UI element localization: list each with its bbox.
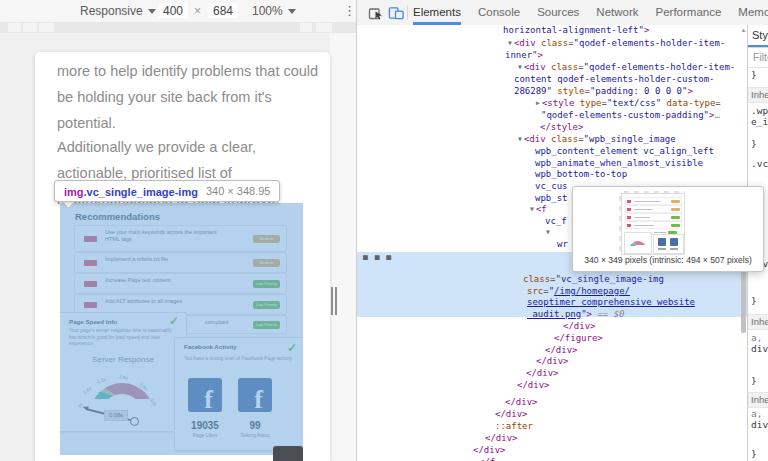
devtools-tab-bar: ElementsConsoleSourcesNetworkPerformance… (357, 0, 768, 26)
code-line[interactable]: wr (557, 239, 568, 250)
inherited-from-bar: Inherited from (748, 314, 768, 330)
device-toolbar-menu-button[interactable]: ⋮ (343, 3, 356, 18)
code-line[interactable]: </div> (517, 380, 550, 391)
style-rule-fragment[interactable]: } (751, 295, 757, 306)
tab-memory[interactable]: Memory (738, 0, 768, 25)
tooltip-tag-name: img (64, 186, 84, 198)
code-line[interactable]: vc_cus (535, 181, 568, 192)
styles-filter-input[interactable]: Filter (748, 47, 768, 68)
style-rule-fragment[interactable]: .vc (751, 158, 768, 169)
code-line[interactable]: </style> (540, 122, 583, 133)
code-line[interactable]: ▼<div class="qodef-elements-holder-item- (508, 38, 725, 50)
code-line[interactable]: _audit.png"> == $0 (527, 309, 625, 320)
code-line[interactable]: seoptimer_comprehensive_website (527, 297, 695, 308)
tab-strip: ElementsConsoleSourcesNetworkPerformance… (413, 0, 768, 25)
inspect-highlight-overlay (60, 203, 303, 455)
code-line[interactable]: "qodef-elements-custom-padding">… (541, 110, 720, 121)
viewport-width-input[interactable] (158, 3, 188, 18)
viewport-resize-handle[interactable] (330, 287, 338, 315)
tab-elements[interactable]: Elements (413, 0, 461, 25)
code-line[interactable]: 286289" style="padding: 0 0 0 0"> (514, 86, 693, 97)
code-line[interactable]: class="vc_single_image-img (523, 274, 664, 285)
code-line[interactable]: ▼<div class="qodef-elements-holder-item- (518, 62, 735, 74)
code-line[interactable]: wpb_bottom-to-top (535, 169, 627, 180)
style-rule-fragment[interactable]: a, (751, 332, 762, 343)
style-rule-fragment[interactable]: .wp (751, 105, 768, 116)
inspect-tooltip: img.vc_single_image-img 340 × 348.95 (54, 180, 280, 202)
code-line[interactable]: </div> (563, 321, 596, 332)
style-rule-fragment[interactable]: } (751, 448, 757, 459)
scroll-top-button[interactable] (273, 446, 303, 461)
tooltip-dimensions: 340 × 348.95 (206, 185, 271, 197)
scrollbar-up-arrow[interactable]: ▲ (740, 27, 747, 33)
device-toolbar: Responsive × 100% ⋮ (0, 0, 356, 23)
tab-styles[interactable]: Styles (752, 29, 768, 41)
dimension-separator: × (194, 4, 201, 18)
code-line[interactable]: ▼<f (530, 204, 547, 216)
code-line[interactable]: </div> (473, 445, 506, 456)
inspect-element-icon[interactable] (368, 5, 384, 21)
code-line[interactable]: </div> (526, 368, 559, 379)
tab-performance[interactable]: Performance (656, 0, 722, 25)
code-line[interactable]: </div> (536, 356, 569, 367)
zoom-dropdown[interactable]: 100% (252, 4, 296, 18)
code-line[interactable]: ▼ (546, 227, 552, 239)
code-line[interactable]: src="/img/homepage/ (527, 286, 630, 297)
inherited-from-bar: Inherited from (748, 392, 768, 408)
device-mode-margin (330, 33, 356, 461)
style-rule-fragment[interactable]: a, (751, 408, 762, 419)
image-preview-tooltip: 340 × 349 pixels (intrinsic: 494 × 507 p… (572, 186, 764, 272)
style-rule-fragment[interactable]: div (751, 343, 768, 354)
style-rule-fragment[interactable]: } (751, 375, 757, 386)
tab-console[interactable]: Console (478, 0, 520, 25)
tab-network[interactable]: Network (596, 0, 638, 25)
transparency-checkerboard (619, 191, 685, 255)
chevron-down-icon (288, 9, 296, 14)
style-rule-fragment[interactable]: e_i (751, 116, 768, 127)
code-line[interactable]: </figure> (554, 333, 603, 344)
image-thumbnail (621, 193, 685, 255)
code-line[interactable]: </div> (485, 433, 518, 444)
toggle-device-toolbar-icon[interactable] (388, 5, 404, 21)
code-line[interactable]: vc_f (545, 216, 567, 227)
code-line[interactable]: wpb_content_element vc_align_left (535, 146, 714, 157)
code-line[interactable]: ▶<style type="text/css" data-type= (536, 98, 721, 110)
toolbar-separator (407, 5, 408, 20)
style-rule-fragment[interactable]: div (751, 419, 768, 430)
code-line[interactable]: wpb_animate_when_almost_visible (535, 158, 703, 169)
styles-tab-row: Styles (748, 25, 768, 48)
code-line[interactable]: horizontal-alignment-left"> (503, 25, 649, 36)
viewport-height-input[interactable] (208, 3, 238, 18)
image-dimensions-caption: 340 × 349 pixels (intrinsic: 494 × 507 p… (573, 255, 763, 265)
style-rule-fragment[interactable]: } (751, 69, 757, 80)
code-line[interactable]: </div> (495, 409, 528, 420)
code-line[interactable]: </div> (505, 397, 538, 408)
devtools-window: Responsive × 100% ⋮ more to help identif… (0, 0, 768, 461)
device-type-dropdown[interactable]: Responsive (80, 4, 156, 18)
code-line[interactable]: content qodef-elements-holder-custom- (514, 74, 714, 85)
tab-sources[interactable]: Sources (537, 0, 579, 25)
code-line[interactable]: </f (479, 457, 495, 461)
style-rule-fragment[interactable]: } (751, 138, 757, 149)
inherited-from-bar: Inherited from (748, 87, 768, 103)
tooltip-class-name: .vc_single_image-img (84, 186, 198, 198)
code-line[interactable]: inner"> (505, 50, 543, 61)
code-line[interactable]: </div> (545, 345, 578, 356)
node-more-actions-button[interactable]: ■ ■ ■ (363, 253, 392, 262)
chevron-down-icon (148, 9, 156, 14)
code-line[interactable]: ▼<div class="wpb_single_image (518, 134, 676, 146)
code-line[interactable]: wpb_st (535, 193, 568, 204)
page-paragraph: more to help identify problems that coul… (57, 58, 319, 136)
code-line[interactable]: ::after (495, 421, 533, 432)
